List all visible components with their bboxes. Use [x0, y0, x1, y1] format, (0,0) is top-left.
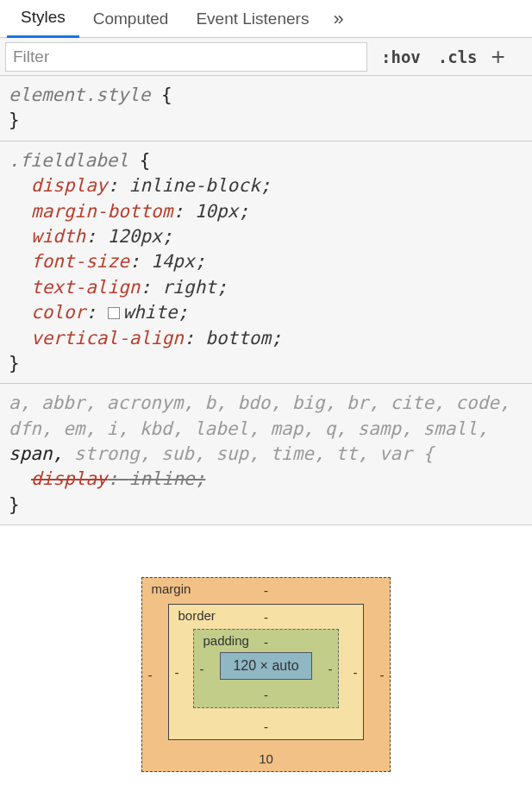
css-value[interactable]: : 14px;: [129, 251, 206, 272]
tab-event-listeners[interactable]: Event Listeners: [182, 0, 322, 38]
brace-open: {: [150, 85, 172, 105]
margin-right-value[interactable]: -: [380, 668, 385, 682]
brace-open: {: [128, 150, 150, 171]
box-model-padding[interactable]: padding - - - - 120 × auto: [193, 629, 338, 708]
declaration[interactable]: display: inline-block;: [9, 173, 523, 198]
css-property[interactable]: display: [31, 468, 108, 489]
padding-label: padding: [203, 633, 248, 648]
box-model-margin[interactable]: margin - - - 10 border - - - - padding -…: [141, 577, 390, 772]
brace-close: }: [9, 494, 20, 515]
border-top-value[interactable]: -: [264, 610, 268, 625]
declaration[interactable]: vertical-align: bottom;: [9, 326, 523, 351]
border-bottom-value[interactable]: -: [264, 719, 268, 734]
css-value[interactable]: : bottom;: [184, 328, 282, 348]
margin-label: margin: [151, 581, 191, 596]
padding-right-value[interactable]: -: [329, 662, 333, 676]
hov-toggle[interactable]: :hov: [372, 47, 429, 66]
declaration[interactable]: text-align: right;: [9, 275, 523, 300]
styles-toolbar: :hov .cls +: [0, 38, 532, 76]
css-property[interactable]: text-align: [31, 277, 140, 298]
box-model-diagram: margin - - - 10 border - - - - padding -…: [0, 525, 532, 798]
tab-styles[interactable]: Styles: [7, 0, 79, 38]
rules-pane: element.style { } .fieldlabel { display:…: [0, 76, 532, 525]
cls-toggle[interactable]: .cls: [429, 47, 486, 66]
css-property[interactable]: width: [31, 226, 85, 247]
tab-computed[interactable]: Computed: [79, 0, 183, 38]
margin-top-value[interactable]: -: [264, 583, 268, 598]
declaration[interactable]: margin-bottom: 10px;: [9, 199, 523, 224]
declaration[interactable]: width: 120px;: [9, 224, 523, 249]
tabs-bar: Styles Computed Event Listeners »: [0, 0, 532, 38]
declaration[interactable]: color: white;: [9, 300, 523, 325]
border-label: border: [178, 608, 215, 623]
brace-close: }: [9, 110, 20, 130]
css-property[interactable]: vertical-align: [31, 328, 184, 348]
filter-input[interactable]: [5, 42, 367, 72]
css-value[interactable]: : right;: [140, 277, 227, 298]
margin-bottom-value[interactable]: 10: [259, 751, 273, 766]
css-value[interactable]: : white;: [85, 302, 188, 323]
brace-close: }: [9, 353, 20, 374]
new-rule-button[interactable]: +: [486, 43, 510, 71]
selector-fieldlabel[interactable]: .fieldlabel: [9, 150, 128, 171]
css-property[interactable]: font-size: [31, 251, 129, 272]
padding-left-value[interactable]: -: [199, 662, 203, 676]
padding-bottom-value[interactable]: -: [264, 688, 268, 702]
css-value[interactable]: : inline-block;: [108, 175, 272, 196]
declaration-overridden[interactable]: display: inline;: [9, 467, 523, 492]
padding-top-value[interactable]: -: [264, 635, 268, 650]
declaration[interactable]: font-size: 14px;: [9, 249, 523, 274]
css-value[interactable]: : 10px;: [172, 201, 249, 222]
rule-fieldlabel[interactable]: .fieldlabel { display: inline-block;marg…: [0, 141, 532, 385]
rule-user-agent[interactable]: a, abbr, acronym, b, bdo, big, br, cite,…: [0, 384, 532, 525]
selector-ua-list[interactable]: a, abbr, acronym, b, bdo, big, br, cite,…: [9, 392, 510, 464]
color-swatch[interactable]: [108, 307, 120, 319]
margin-left-value[interactable]: -: [147, 668, 152, 682]
css-property[interactable]: display: [31, 175, 108, 196]
rule-element-style[interactable]: element.style { }: [0, 76, 532, 141]
box-model-border[interactable]: border - - - - padding - - - - 120 × aut…: [168, 604, 363, 740]
css-property[interactable]: margin-bottom: [31, 201, 172, 222]
tabs-overflow-button[interactable]: »: [322, 8, 354, 30]
css-property[interactable]: color: [31, 302, 85, 323]
border-left-value[interactable]: -: [174, 665, 178, 680]
selector-element-style[interactable]: element.style: [9, 85, 150, 105]
border-right-value[interactable]: -: [354, 665, 358, 680]
box-model-content[interactable]: 120 × auto: [220, 652, 311, 680]
css-value[interactable]: : 120px;: [85, 226, 172, 247]
